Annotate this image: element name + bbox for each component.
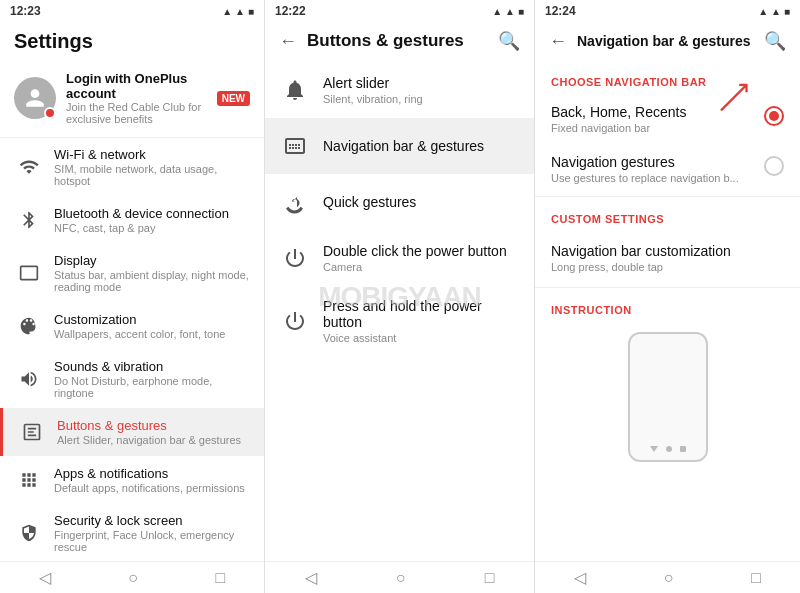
fixed-label: Back, Home, Recents [551,104,686,120]
section-title-instruction: INSTRUCTION [535,290,800,322]
menu-item-doubleclick[interactable]: Double click the power button Camera [265,230,534,286]
sidebar-item-sounds[interactable]: Sounds & vibration Do Not Disturb, earph… [0,350,264,408]
alert-slider-icon [279,74,311,106]
wifi-icon-middle: ▲ [505,6,515,17]
display-label: Display [54,253,250,268]
customization-desc: Wallpapers, accent color, font, tone [54,328,225,340]
radio-item-fixed[interactable]: Back, Home, Recents Fixed navigation bar… [535,94,800,144]
sidebar-item-buttons[interactable]: Buttons & gestures Alert Slider, navigat… [0,408,264,456]
sidebar-item-display[interactable]: Display Status bar, ambient display, nig… [0,244,264,302]
alert-text: Alert slider Silent, vibration, ring [323,75,423,105]
navbar-label: Navigation bar & gestures [323,138,484,154]
time-middle: 12:22 [275,4,306,18]
recents-nav-right[interactable]: □ [751,569,761,587]
left-bottom-nav: ◁ ○ □ [0,561,264,593]
divider-1 [535,196,800,197]
right-bottom-nav: ◁ ○ □ [535,561,800,593]
menu-item-alert[interactable]: Alert slider Silent, vibration, ring [265,62,534,118]
display-icon [14,258,44,288]
holdpower-desc: Voice assistant [323,332,520,344]
status-bar-right: 12:24 ▲ ▲ ■ [535,0,800,22]
middle-back-button[interactable]: ← [279,31,297,52]
battery-icon-right: ■ [784,6,790,17]
recents-nav-left[interactable]: □ [216,569,226,587]
middle-panel: 12:22 ▲ ▲ ■ ← Buttons & gestures 🔍 Alert… [265,0,535,593]
settings-title: Settings [14,30,250,53]
sounds-label: Sounds & vibration [54,359,250,374]
sounds-icon [14,364,44,394]
buttons-icon [17,417,47,447]
fixed-text: Back, Home, Recents Fixed navigation bar [551,104,686,134]
menu-item-quick[interactable]: Quick gestures [265,174,534,230]
security-text: Security & lock screen Fingerprint, Face… [54,513,250,553]
home-nav-indicator [666,446,672,452]
back-nav-middle[interactable]: ◁ [305,568,317,587]
power-hold-icon [279,305,311,337]
wifi-icon-right: ▲ [771,6,781,17]
sidebar-item-security[interactable]: Security & lock screen Fingerprint, Face… [0,504,264,561]
home-nav-right[interactable]: ○ [664,569,674,587]
phone-frame [628,332,708,462]
gestures-desc: Use gestures to replace navigation b... [551,172,739,184]
quick-text: Quick gestures [323,194,416,210]
section-title-custom: CUSTOM SETTINGS [535,199,800,231]
phone-illustration [535,322,800,476]
divider-2 [535,287,800,288]
right-content: CHOOSE NAVIGATION BAR Back, Home, Recent… [535,62,800,561]
quick-gestures-icon [279,186,311,218]
nav-custom-label: Navigation bar customization [551,243,784,259]
home-nav-middle[interactable]: ○ [396,569,406,587]
sounds-text: Sounds & vibration Do Not Disturb, earph… [54,359,250,399]
fixed-desc: Fixed navigation bar [551,122,686,134]
right-panel: 12:24 ▲ ▲ ■ ← Navigation bar & gestures … [535,0,800,593]
back-nav-right[interactable]: ◁ [574,568,586,587]
status-bar-middle: 12:22 ▲ ▲ ■ [265,0,534,22]
wifi-text: Wi-Fi & network SIM, mobile network, dat… [54,147,250,187]
back-nav-left[interactable]: ◁ [39,568,51,587]
nav-customization-item[interactable]: Navigation bar customization Long press,… [535,231,800,285]
bluetooth-text: Bluetooth & device connection NFC, cast,… [54,206,229,234]
radio-fixed[interactable] [764,106,784,126]
radio-gestures[interactable] [764,156,784,176]
doubleclick-label: Double click the power button [323,243,507,259]
right-back-button[interactable]: ← [549,31,567,52]
middle-header: ← Buttons & gestures 🔍 [265,22,534,62]
sidebar-item-wifi[interactable]: Wi-Fi & network SIM, mobile network, dat… [0,138,264,196]
display-desc: Status bar, ambient display, night mode,… [54,269,250,293]
menu-item-navbar[interactable]: Navigation bar & gestures ⟵ [265,118,534,174]
right-title: Navigation bar & gestures [577,33,751,49]
recents-nav-indicator [680,446,686,452]
security-icon [14,518,44,548]
left-panel: 12:23 ▲ ▲ ■ Settings Login with OnePlus … [0,0,265,593]
buttons-label: Buttons & gestures [57,418,241,433]
settings-list: Wi-Fi & network SIM, mobile network, dat… [0,138,264,561]
radio-item-gestures[interactable]: Navigation gestures Use gestures to repl… [535,144,800,194]
apps-label: Apps & notifications [54,466,245,481]
phone-nav-bar [650,446,686,452]
avatar [14,77,56,119]
middle-header-left: ← Buttons & gestures [279,31,464,52]
sidebar-item-apps[interactable]: Apps & notifications Default apps, notif… [0,456,264,504]
gestures-text: Navigation gestures Use gestures to repl… [551,154,739,184]
right-search-icon[interactable]: 🔍 [764,30,786,52]
apps-desc: Default apps, notifications, permissions [54,482,245,494]
avatar-dot [44,107,56,119]
home-nav-left[interactable]: ○ [128,569,138,587]
time-right: 12:24 [545,4,576,18]
status-icons-left: ▲ ▲ ■ [222,6,254,17]
gestures-label: Navigation gestures [551,154,739,170]
signal-icon-right: ▲ [758,6,768,17]
sidebar-item-bluetooth[interactable]: Bluetooth & device connection NFC, cast,… [0,196,264,244]
holdpower-text: Press and hold the power button Voice as… [323,298,520,344]
profile-text: Login with OnePlus account Join the Red … [66,71,217,125]
left-header: Settings [0,22,264,63]
bluetooth-icon [14,205,44,235]
recents-nav-middle[interactable]: □ [485,569,495,587]
customization-icon [14,311,44,341]
profile-section[interactable]: Login with OnePlus account Join the Red … [0,63,264,138]
quick-label: Quick gestures [323,194,416,210]
time-left: 12:23 [10,4,41,18]
menu-item-holdpower[interactable]: Press and hold the power button Voice as… [265,286,534,356]
middle-search-icon[interactable]: 🔍 [498,30,520,52]
sidebar-item-customization[interactable]: Customization Wallpapers, accent color, … [0,302,264,350]
